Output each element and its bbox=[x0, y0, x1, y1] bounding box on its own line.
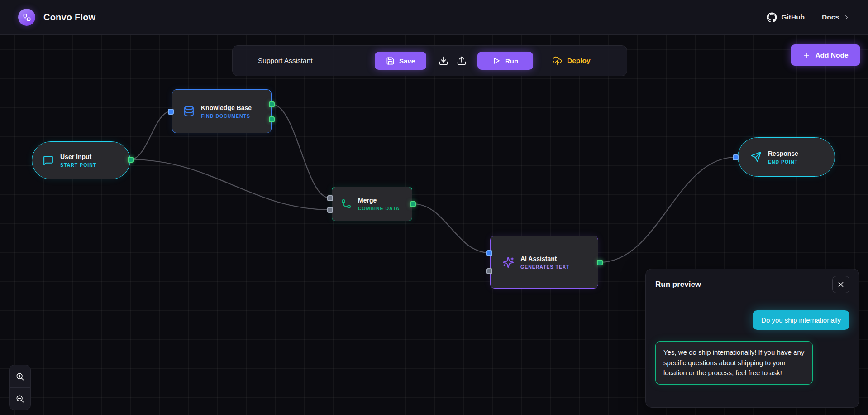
close-icon bbox=[837, 281, 844, 288]
message-square-icon bbox=[43, 155, 54, 166]
handle-knowledgebase-output-top[interactable] bbox=[269, 101, 275, 107]
docs-link[interactable]: Docs bbox=[822, 13, 850, 21]
node-merge[interactable]: Merge COMBINE DATA bbox=[332, 187, 412, 221]
run-preview-title: Run preview bbox=[655, 280, 701, 289]
deploy-label: Deploy bbox=[567, 57, 591, 65]
handle-knowledgebase-input[interactable] bbox=[168, 109, 174, 115]
node-title: Knowledge Base bbox=[201, 104, 252, 111]
import-button[interactable] bbox=[434, 52, 453, 70]
play-icon bbox=[492, 57, 501, 65]
chevron-right-icon bbox=[843, 14, 850, 21]
zoom-controls bbox=[9, 365, 31, 410]
chat-message-user: Do you ship internationally bbox=[753, 310, 849, 330]
handle-knowledgebase-output-bottom[interactable] bbox=[269, 116, 275, 122]
handle-userinput-output[interactable] bbox=[128, 157, 134, 163]
save-icon bbox=[386, 57, 395, 65]
run-preview-panel: Run preview Do you ship internationally … bbox=[645, 269, 859, 408]
handle-aiassistant-input-top[interactable] bbox=[486, 250, 492, 256]
run-label: Run bbox=[505, 57, 518, 65]
node-response[interactable]: Response END POINT bbox=[738, 137, 835, 177]
zoom-in-button[interactable] bbox=[10, 365, 30, 387]
handle-aiassistant-output[interactable] bbox=[597, 260, 603, 265]
close-button[interactable] bbox=[832, 276, 849, 293]
handle-merge-output[interactable] bbox=[410, 201, 416, 207]
flow-toolbar: Support Assistant Save bbox=[232, 45, 627, 76]
save-label: Save bbox=[399, 57, 415, 65]
node-title: Response bbox=[768, 150, 798, 157]
node-ai-assistant[interactable]: AI Assistant GENERATES TEXT bbox=[490, 236, 598, 289]
add-node-button[interactable]: Add Node bbox=[791, 44, 860, 66]
github-label: GitHub bbox=[781, 13, 805, 21]
zoom-in-icon bbox=[15, 372, 24, 381]
handle-merge-input-bottom[interactable] bbox=[327, 207, 333, 213]
handle-merge-input-top[interactable] bbox=[327, 195, 333, 201]
node-subtitle: COMBINE DATA bbox=[358, 206, 400, 211]
app-title: Convo Flow bbox=[43, 12, 95, 23]
run-preview-header: Run preview bbox=[646, 269, 859, 300]
workflow-icon bbox=[23, 13, 31, 22]
node-title: AI Assistant bbox=[520, 255, 569, 262]
top-nav: Convo Flow GitHub Docs bbox=[0, 0, 868, 35]
handle-aiassistant-input-bottom[interactable] bbox=[486, 268, 492, 274]
chat-message-assistant: Yes, we do ship internationally! If you … bbox=[655, 341, 813, 385]
plus-icon bbox=[802, 51, 811, 59]
save-button[interactable]: Save bbox=[375, 52, 426, 70]
node-subtitle: FIND DOCUMENTS bbox=[201, 113, 252, 119]
deploy-button[interactable]: Deploy bbox=[548, 52, 595, 70]
upload-icon bbox=[457, 56, 467, 66]
github-link[interactable]: GitHub bbox=[767, 12, 805, 23]
flow-name[interactable]: Support Assistant bbox=[258, 57, 360, 65]
node-title: Merge bbox=[358, 197, 400, 204]
zoom-out-button[interactable] bbox=[10, 387, 30, 410]
download-icon bbox=[439, 56, 448, 66]
docs-label: Docs bbox=[822, 13, 839, 21]
toolbar-divider bbox=[360, 53, 360, 69]
app-logo bbox=[18, 9, 35, 26]
run-preview-messages: Do you ship internationally Yes, we do s… bbox=[646, 300, 859, 395]
github-icon bbox=[767, 12, 777, 23]
node-title: User Input bbox=[60, 153, 96, 160]
sparkles-icon bbox=[502, 256, 514, 268]
convo-flow-app: Convo Flow GitHub Docs Sup bbox=[0, 0, 868, 415]
run-button[interactable]: Run bbox=[477, 52, 533, 70]
git-merge-icon bbox=[341, 198, 352, 209]
zoom-out-icon bbox=[15, 394, 24, 403]
database-icon bbox=[183, 106, 195, 117]
node-knowledge-base[interactable]: Knowledge Base FIND DOCUMENTS bbox=[172, 89, 272, 133]
send-icon bbox=[750, 151, 762, 163]
node-subtitle: START POINT bbox=[60, 162, 96, 168]
node-subtitle: GENERATES TEXT bbox=[520, 264, 569, 270]
node-subtitle: END POINT bbox=[768, 159, 798, 164]
cloud-upload-icon bbox=[552, 56, 562, 66]
add-node-label: Add Node bbox=[815, 51, 848, 59]
node-user-input[interactable]: User Input START POINT bbox=[32, 141, 130, 179]
export-button[interactable] bbox=[453, 52, 471, 70]
handle-response-input[interactable] bbox=[733, 154, 739, 160]
